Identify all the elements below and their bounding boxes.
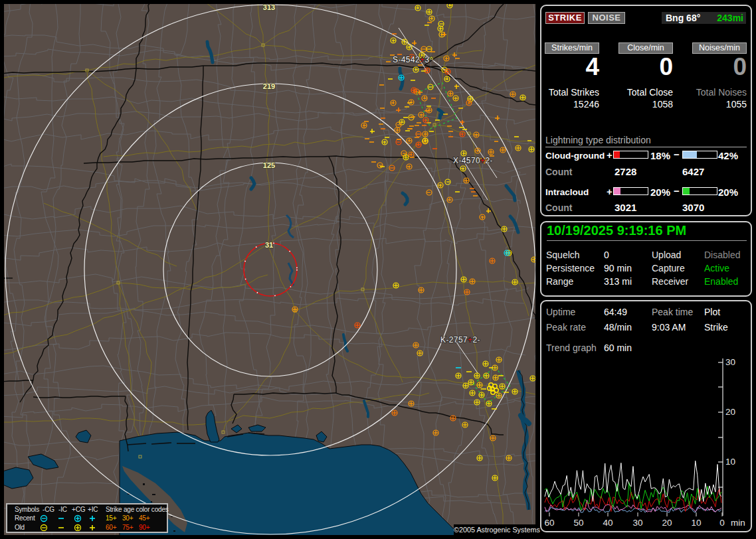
svg-text:10: 10 — [691, 518, 701, 528]
svg-text:40: 40 — [603, 518, 613, 528]
svg-text:30: 30 — [725, 357, 735, 367]
svg-text:20: 20 — [725, 407, 735, 417]
svg-text:10: 10 — [725, 457, 735, 467]
svg-text:30: 30 — [632, 518, 642, 528]
svg-text:min: min — [731, 518, 745, 528]
svg-text:20: 20 — [662, 518, 672, 528]
svg-text:0: 0 — [719, 518, 725, 528]
svg-text:50: 50 — [573, 518, 583, 528]
svg-text:60: 60 — [544, 518, 554, 528]
